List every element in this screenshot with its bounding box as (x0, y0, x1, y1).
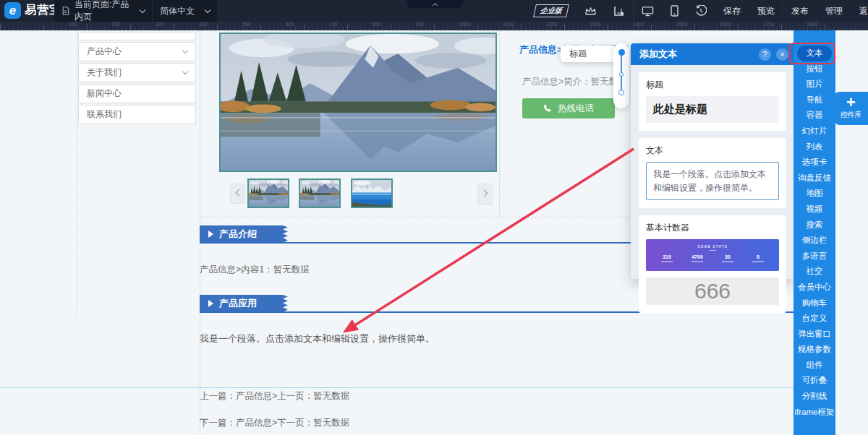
preview-button[interactable]: 预览 (749, 0, 783, 22)
widget-list-item[interactable]: 可折叠 (793, 373, 835, 389)
language-dropdown[interactable]: 简体中文 (152, 0, 217, 22)
widget-list-item[interactable]: 多语言 (793, 249, 835, 264)
title-field-card: 标题 此处是标题 (639, 72, 786, 131)
widget-list-item[interactable]: 视频 (793, 202, 835, 218)
help-button[interactable]: ? (759, 48, 771, 61)
slider-dot-filled[interactable] (618, 49, 625, 56)
widget-library-list: 文本按钮图片导航容器幻灯片列表选项卡询盘反馈地图视频搜索侧边栏多语言社交会员中心… (793, 30, 835, 435)
mobile-preview-icon[interactable] (662, 0, 686, 22)
ruler-label: 1100 (503, 22, 546, 27)
hotline-label: 热线电话 (558, 103, 594, 115)
toolbar-collapse-tab[interactable] (407, 0, 463, 8)
widget-list-item[interactable]: 容器 (793, 108, 835, 124)
product-summary-placeholder[interactable]: 产品信息>简介：暂无数据 (522, 76, 627, 88)
widget-list-label: 列表 (807, 142, 823, 151)
save-button[interactable]: 保存 (715, 0, 749, 22)
control-library-tab-active[interactable]: + 控件库 (834, 92, 868, 125)
ruler-label: 400 (199, 22, 242, 27)
widget-list-item[interactable]: 购物车 (793, 296, 835, 311)
widget-list-item[interactable]: 弹出窗口 (793, 327, 835, 343)
panel-header[interactable]: 添加文本 ? × (631, 43, 794, 65)
ruler-label: 1700 (763, 22, 807, 27)
triangle-icon (208, 300, 213, 307)
page-builder-app: e 易营宝® 当前页面:产品内页 简体中文 企业版 (0, 0, 868, 435)
widget-list-label: 幻灯片 (802, 126, 827, 135)
page-icon (61, 7, 70, 15)
counter-banner-preview[interactable]: SOME STATS 3104700308 (646, 239, 779, 271)
carousel-prev-button[interactable] (230, 184, 245, 204)
guide-line (0, 30, 793, 31)
nav-menu-label: 产品中心 (87, 46, 122, 58)
ruler-label: 1200 (546, 22, 590, 27)
chevron-left-icon (235, 189, 242, 197)
widget-list-item[interactable]: 选项卡 (793, 155, 835, 171)
enterprise-badge: 企业版 (526, 0, 576, 22)
ruler-layout-icon[interactable] (605, 0, 633, 22)
nav-menu-item[interactable]: 关于我们 (78, 63, 196, 82)
title-field-input[interactable]: 此处是标题 (646, 96, 779, 123)
intro-content-placeholder[interactable]: 产品信息>内容1：暂无数据 (200, 264, 310, 276)
nav-menu-item[interactable]: 新闻中心 (78, 84, 196, 103)
current-page-dropdown[interactable]: 当前页面:产品内页 (54, 0, 152, 22)
product-main-image[interactable] (219, 33, 497, 172)
widget-list-item[interactable]: 按钮 (793, 61, 835, 77)
counter-stat-value: 4700 (692, 254, 703, 259)
widget-list-item[interactable]: iframe框架 (793, 405, 835, 421)
widget-list-item[interactable]: 社交 (793, 264, 835, 280)
chevron-down-icon (140, 7, 145, 12)
widget-list-item[interactable]: 侧边栏 (793, 233, 835, 249)
widget-list-item[interactable]: 导航 (793, 92, 835, 108)
widget-list-item[interactable]: 搜索 (793, 218, 835, 233)
carousel-next-button[interactable] (477, 184, 493, 205)
widget-list-item[interactable]: 图片 (793, 77, 835, 92)
paragraph-text[interactable]: 我是一个段落。点击添加文本和编辑设置，操作很简单。 (200, 332, 435, 345)
carousel-thumbnail-3[interactable] (351, 178, 393, 208)
widget-list-label: 图片 (807, 79, 823, 88)
widget-list-item[interactable]: 组件 (793, 358, 835, 374)
widget-list-item[interactable]: 地图 (793, 186, 835, 202)
widget-list-label: 搜索 (807, 220, 823, 229)
widget-list-item[interactable]: 列表 (793, 139, 835, 155)
add-text-panel: 添加文本 ? × 标题 此处是标题 文本 我是一个段落。点击添加文本和编辑设置，… (631, 43, 794, 279)
prev-post-link[interactable]: 上一篇：产品信息>上一页：暂无数据 (200, 390, 349, 402)
carousel-thumbnail-2[interactable] (299, 178, 341, 208)
widget-list-item[interactable]: 自定义 (793, 311, 835, 327)
nav-menu-label: 联系我们 (87, 108, 122, 121)
chevron-down-icon (182, 48, 188, 53)
section-ribbon-intro[interactable]: 产品介绍 (200, 225, 288, 243)
chevron-down-icon (182, 69, 188, 74)
widget-list-item[interactable]: 分割线 (793, 389, 835, 405)
slider-dot-small[interactable] (619, 72, 624, 77)
vertical-slider-handle[interactable] (613, 43, 629, 108)
counter-preview-number[interactable]: 666 (646, 277, 779, 305)
title-tooltip: 标题 (561, 46, 616, 62)
publish-button[interactable]: 发布 (783, 0, 817, 22)
nav-menu-item[interactable]: 联系我们 (78, 105, 196, 124)
counter-stats: 3104700308 (646, 254, 779, 262)
section-ribbon-application[interactable]: 产品应用 (200, 295, 288, 312)
counter-stat: 4700 (692, 254, 703, 262)
return-button[interactable]: 返回 (851, 0, 868, 22)
close-button[interactable]: × (776, 48, 788, 61)
widget-list-item[interactable]: 会员中心 (793, 280, 835, 296)
counter-card: 基本计数器 SOME STATS 3104700308 666 (639, 215, 786, 313)
hotline-button[interactable]: 热线电话 (522, 98, 615, 119)
widget-list-item[interactable]: 询盘反馈 (793, 171, 835, 186)
ruler-label: 1600 (720, 22, 763, 27)
widget-list-item[interactable]: 规格参数 (793, 342, 835, 358)
text-field-textarea[interactable]: 我是一个段落。点击添加文本和编辑设置，操作很简单。 (646, 162, 779, 200)
history-icon[interactable] (686, 0, 715, 22)
next-post-link[interactable]: 下一篇：产品信息>下一页：暂无数据 (200, 417, 349, 429)
nav-menu-label: 新闻中心 (87, 87, 122, 100)
widget-list-item[interactable]: 文本 (797, 46, 832, 61)
crown-icon[interactable] (576, 0, 605, 22)
manage-button[interactable]: 管理 (817, 0, 851, 22)
slider-dot-hollow[interactable] (618, 90, 624, 95)
text-field-label: 文本 (646, 145, 779, 157)
ruler-label: 1300 (590, 22, 633, 27)
desktop-preview-icon[interactable] (633, 0, 662, 22)
nav-menu-item[interactable]: 产品中心 (78, 42, 196, 61)
widget-list-item[interactable]: 幻灯片 (793, 124, 835, 139)
carousel-thumbnail-1[interactable] (247, 178, 289, 208)
counter-stat: 8 (752, 254, 764, 262)
